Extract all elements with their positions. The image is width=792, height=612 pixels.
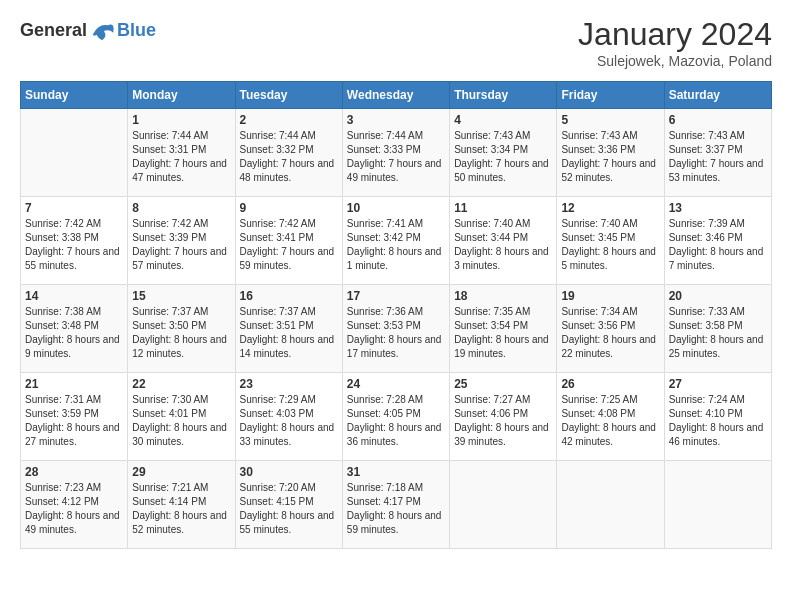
day-number: 6 bbox=[669, 113, 767, 127]
day-info-line: Sunset: 3:53 PM bbox=[347, 320, 421, 331]
day-info-line: Daylight: 7 hours and 55 minutes. bbox=[25, 246, 120, 271]
calendar-cell: 4Sunrise: 7:43 AMSunset: 3:34 PMDaylight… bbox=[450, 109, 557, 197]
day-info: Sunrise: 7:29 AMSunset: 4:03 PMDaylight:… bbox=[240, 393, 338, 449]
day-number: 3 bbox=[347, 113, 445, 127]
day-info-line: Daylight: 8 hours and 22 minutes. bbox=[561, 334, 656, 359]
calendar-cell: 14Sunrise: 7:38 AMSunset: 3:48 PMDayligh… bbox=[21, 285, 128, 373]
day-info-line: Daylight: 8 hours and 3 minutes. bbox=[454, 246, 549, 271]
day-info-line: Sunrise: 7:42 AM bbox=[132, 218, 208, 229]
calendar-cell bbox=[664, 461, 771, 549]
day-info: Sunrise: 7:40 AMSunset: 3:44 PMDaylight:… bbox=[454, 217, 552, 273]
calendar-cell: 24Sunrise: 7:28 AMSunset: 4:05 PMDayligh… bbox=[342, 373, 449, 461]
day-info: Sunrise: 7:21 AMSunset: 4:14 PMDaylight:… bbox=[132, 481, 230, 537]
day-info: Sunrise: 7:42 AMSunset: 3:41 PMDaylight:… bbox=[240, 217, 338, 273]
day-info: Sunrise: 7:37 AMSunset: 3:50 PMDaylight:… bbox=[132, 305, 230, 361]
day-info-line: Sunset: 3:31 PM bbox=[132, 144, 206, 155]
logo-blue-text: Blue bbox=[117, 20, 156, 41]
day-info-line: Sunset: 4:05 PM bbox=[347, 408, 421, 419]
day-info-line: Sunrise: 7:42 AM bbox=[25, 218, 101, 229]
day-info-line: Sunrise: 7:20 AM bbox=[240, 482, 316, 493]
day-info-line: Sunrise: 7:31 AM bbox=[25, 394, 101, 405]
day-number: 31 bbox=[347, 465, 445, 479]
day-info-line: Daylight: 8 hours and 17 minutes. bbox=[347, 334, 442, 359]
calendar-cell: 17Sunrise: 7:36 AMSunset: 3:53 PMDayligh… bbox=[342, 285, 449, 373]
day-number: 17 bbox=[347, 289, 445, 303]
day-info-line: Daylight: 8 hours and 49 minutes. bbox=[25, 510, 120, 535]
day-number: 13 bbox=[669, 201, 767, 215]
day-info-line: Sunset: 4:14 PM bbox=[132, 496, 206, 507]
page-header: General Blue January 2024 Sulejowek, Maz… bbox=[20, 16, 772, 69]
calendar-cell: 26Sunrise: 7:25 AMSunset: 4:08 PMDayligh… bbox=[557, 373, 664, 461]
day-number: 30 bbox=[240, 465, 338, 479]
day-info-line: Daylight: 8 hours and 27 minutes. bbox=[25, 422, 120, 447]
day-info-line: Sunset: 3:56 PM bbox=[561, 320, 635, 331]
day-info: Sunrise: 7:33 AMSunset: 3:58 PMDaylight:… bbox=[669, 305, 767, 361]
calendar-cell: 30Sunrise: 7:20 AMSunset: 4:15 PMDayligh… bbox=[235, 461, 342, 549]
calendar-cell: 9Sunrise: 7:42 AMSunset: 3:41 PMDaylight… bbox=[235, 197, 342, 285]
col-header-wednesday: Wednesday bbox=[342, 82, 449, 109]
day-number: 24 bbox=[347, 377, 445, 391]
day-info-line: Sunrise: 7:38 AM bbox=[25, 306, 101, 317]
day-info-line: Daylight: 8 hours and 9 minutes. bbox=[25, 334, 120, 359]
day-info: Sunrise: 7:41 AMSunset: 3:42 PMDaylight:… bbox=[347, 217, 445, 273]
day-info: Sunrise: 7:25 AMSunset: 4:08 PMDaylight:… bbox=[561, 393, 659, 449]
day-info-line: Sunrise: 7:35 AM bbox=[454, 306, 530, 317]
calendar-week-row: 21Sunrise: 7:31 AMSunset: 3:59 PMDayligh… bbox=[21, 373, 772, 461]
col-header-thursday: Thursday bbox=[450, 82, 557, 109]
day-info: Sunrise: 7:37 AMSunset: 3:51 PMDaylight:… bbox=[240, 305, 338, 361]
day-info-line: Sunrise: 7:23 AM bbox=[25, 482, 101, 493]
calendar-week-row: 28Sunrise: 7:23 AMSunset: 4:12 PMDayligh… bbox=[21, 461, 772, 549]
day-info-line: Sunrise: 7:30 AM bbox=[132, 394, 208, 405]
calendar-cell: 12Sunrise: 7:40 AMSunset: 3:45 PMDayligh… bbox=[557, 197, 664, 285]
calendar-cell: 21Sunrise: 7:31 AMSunset: 3:59 PMDayligh… bbox=[21, 373, 128, 461]
day-info-line: Sunrise: 7:21 AM bbox=[132, 482, 208, 493]
day-info-line: Sunrise: 7:43 AM bbox=[454, 130, 530, 141]
day-info: Sunrise: 7:42 AMSunset: 3:38 PMDaylight:… bbox=[25, 217, 123, 273]
day-info-line: Sunrise: 7:36 AM bbox=[347, 306, 423, 317]
day-info-line: Sunset: 3:54 PM bbox=[454, 320, 528, 331]
title-block: January 2024 Sulejowek, Mazovia, Poland bbox=[578, 16, 772, 69]
calendar-cell bbox=[450, 461, 557, 549]
day-number: 2 bbox=[240, 113, 338, 127]
calendar-header-row: SundayMondayTuesdayWednesdayThursdayFrid… bbox=[21, 82, 772, 109]
day-info: Sunrise: 7:40 AMSunset: 3:45 PMDaylight:… bbox=[561, 217, 659, 273]
day-info-line: Sunset: 3:59 PM bbox=[25, 408, 99, 419]
day-number: 7 bbox=[25, 201, 123, 215]
calendar-week-row: 1Sunrise: 7:44 AMSunset: 3:31 PMDaylight… bbox=[21, 109, 772, 197]
day-info-line: Daylight: 8 hours and 25 minutes. bbox=[669, 334, 764, 359]
day-info-line: Sunset: 4:08 PM bbox=[561, 408, 635, 419]
day-info: Sunrise: 7:44 AMSunset: 3:33 PMDaylight:… bbox=[347, 129, 445, 185]
day-info-line: Sunrise: 7:18 AM bbox=[347, 482, 423, 493]
day-info-line: Daylight: 8 hours and 14 minutes. bbox=[240, 334, 335, 359]
calendar-table: SundayMondayTuesdayWednesdayThursdayFrid… bbox=[20, 81, 772, 549]
day-info-line: Sunrise: 7:24 AM bbox=[669, 394, 745, 405]
day-info: Sunrise: 7:20 AMSunset: 4:15 PMDaylight:… bbox=[240, 481, 338, 537]
day-info: Sunrise: 7:44 AMSunset: 3:32 PMDaylight:… bbox=[240, 129, 338, 185]
day-info-line: Sunrise: 7:41 AM bbox=[347, 218, 423, 229]
day-info-line: Sunset: 3:45 PM bbox=[561, 232, 635, 243]
day-info-line: Sunrise: 7:27 AM bbox=[454, 394, 530, 405]
day-info-line: Sunset: 4:15 PM bbox=[240, 496, 314, 507]
col-header-friday: Friday bbox=[557, 82, 664, 109]
day-number: 11 bbox=[454, 201, 552, 215]
day-info-line: Sunset: 3:37 PM bbox=[669, 144, 743, 155]
calendar-cell: 27Sunrise: 7:24 AMSunset: 4:10 PMDayligh… bbox=[664, 373, 771, 461]
day-info-line: Sunset: 3:38 PM bbox=[25, 232, 99, 243]
day-info-line: Daylight: 8 hours and 59 minutes. bbox=[347, 510, 442, 535]
day-info-line: Daylight: 8 hours and 19 minutes. bbox=[454, 334, 549, 359]
day-info: Sunrise: 7:38 AMSunset: 3:48 PMDaylight:… bbox=[25, 305, 123, 361]
day-number: 28 bbox=[25, 465, 123, 479]
day-info-line: Sunset: 4:17 PM bbox=[347, 496, 421, 507]
day-info-line: Sunset: 3:36 PM bbox=[561, 144, 635, 155]
day-info-line: Daylight: 8 hours and 36 minutes. bbox=[347, 422, 442, 447]
calendar-cell: 1Sunrise: 7:44 AMSunset: 3:31 PMDaylight… bbox=[128, 109, 235, 197]
day-number: 12 bbox=[561, 201, 659, 215]
calendar-cell: 18Sunrise: 7:35 AMSunset: 3:54 PMDayligh… bbox=[450, 285, 557, 373]
day-info-line: Sunrise: 7:44 AM bbox=[347, 130, 423, 141]
day-info-line: Sunrise: 7:42 AM bbox=[240, 218, 316, 229]
calendar-week-row: 14Sunrise: 7:38 AMSunset: 3:48 PMDayligh… bbox=[21, 285, 772, 373]
day-info-line: Sunrise: 7:40 AM bbox=[561, 218, 637, 229]
day-info-line: Sunset: 4:01 PM bbox=[132, 408, 206, 419]
day-info-line: Sunrise: 7:43 AM bbox=[561, 130, 637, 141]
day-info-line: Daylight: 8 hours and 12 minutes. bbox=[132, 334, 227, 359]
